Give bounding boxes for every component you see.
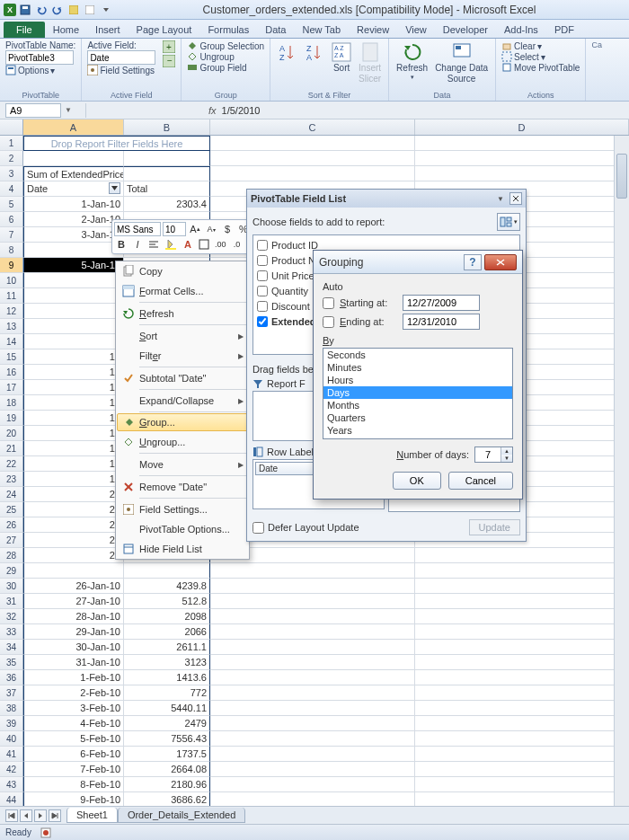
- cell[interactable]: 23: [23, 548, 124, 563]
- defer-layout-checkbox[interactable]: Defer Layout Update: [252, 522, 359, 534]
- sort-az-button[interactable]: AZ: [276, 40, 299, 85]
- cell[interactable]: 29-Jan-10: [23, 624, 124, 640]
- row-header[interactable]: 13: [0, 319, 23, 334]
- undo-icon[interactable]: [34, 3, 49, 17]
- cell[interactable]: 9: [23, 334, 124, 349]
- context-sort[interactable]: Sort▶: [116, 326, 249, 346]
- context-ungroup[interactable]: Ungroup...: [116, 432, 249, 452]
- cell[interactable]: [415, 594, 629, 609]
- cell[interactable]: [23, 563, 124, 579]
- cell[interactable]: [210, 685, 415, 701]
- field-list-close-icon[interactable]: [509, 192, 522, 205]
- grouping-units-list[interactable]: SecondsMinutesHoursDaysMonthsQuartersYea…: [323, 348, 513, 439]
- cell[interactable]: 5440.11: [124, 701, 210, 716]
- ribbon-tab-data[interactable]: Data: [257, 22, 294, 38]
- cell[interactable]: [210, 563, 415, 579]
- field-checkbox[interactable]: [257, 316, 268, 327]
- sheet-nav-next-icon[interactable]: [34, 809, 47, 822]
- ribbon-tab-view[interactable]: View: [397, 22, 435, 38]
- row-header[interactable]: 17: [0, 380, 23, 395]
- column-header-d[interactable]: D: [415, 119, 629, 135]
- sort-za-button[interactable]: ZA: [303, 40, 326, 85]
- filter-dropdown-icon[interactable]: [109, 182, 120, 194]
- spinner-down-icon[interactable]: ▼: [501, 455, 512, 462]
- row-header[interactable]: 38: [0, 701, 23, 716]
- row-header[interactable]: 28: [0, 548, 23, 563]
- cell[interactable]: [415, 166, 629, 181]
- cell[interactable]: 17: [23, 441, 124, 456]
- number-of-days-spinner[interactable]: ▲▼: [474, 447, 513, 463]
- scrollbar-thumb[interactable]: [616, 154, 627, 199]
- grouping-unit-option[interactable]: Years: [323, 424, 512, 437]
- cell[interactable]: [415, 136, 629, 151]
- font-name-input[interactable]: [114, 222, 161, 236]
- cell[interactable]: 4239.8: [124, 579, 210, 594]
- field-checkbox[interactable]: [257, 286, 268, 296]
- cell[interactable]: 2180.96: [124, 777, 210, 792]
- cell[interactable]: [210, 151, 415, 166]
- ribbon-tab-newtab[interactable]: New Tab: [294, 22, 349, 38]
- pivottable-name-input[interactable]: [5, 50, 74, 65]
- font-size-input[interactable]: [163, 222, 186, 236]
- dialog-help-icon[interactable]: ?: [464, 254, 482, 270]
- cell[interactable]: [210, 670, 415, 685]
- cell[interactable]: [210, 701, 415, 716]
- qat-dropdown-icon[interactable]: [99, 3, 113, 17]
- row-header[interactable]: 24: [0, 487, 23, 502]
- context-group[interactable]: Group...: [117, 413, 248, 431]
- context-remove[interactable]: Remove "Date": [116, 477, 249, 497]
- ribbon-tab-review[interactable]: Review: [349, 22, 397, 38]
- group-selection-button[interactable]: Group Selection: [187, 40, 264, 51]
- cell[interactable]: [415, 563, 629, 579]
- field-checkbox[interactable]: [257, 240, 268, 251]
- ending-at-checkbox[interactable]: [323, 316, 334, 328]
- ribbon-tab-insert[interactable]: Insert: [87, 22, 128, 38]
- row-header[interactable]: 2: [0, 151, 23, 166]
- cell-date-header[interactable]: Date: [23, 181, 124, 197]
- align-icon[interactable]: [146, 237, 161, 252]
- cell[interactable]: [415, 624, 629, 640]
- cell[interactable]: [210, 655, 415, 670]
- cell[interactable]: [415, 685, 629, 701]
- cell[interactable]: 21: [23, 502, 124, 517]
- decrease-decimal-icon[interactable]: .0: [230, 237, 244, 252]
- ungroup-button[interactable]: Ungroup: [187, 51, 264, 62]
- pivottable-options-button[interactable]: Options ▾: [5, 65, 75, 75]
- currency-icon[interactable]: $: [220, 222, 235, 236]
- row-header[interactable]: 11: [0, 288, 23, 304]
- row-header[interactable]: 43: [0, 777, 23, 792]
- cell[interactable]: [415, 640, 629, 655]
- grouping-unit-option[interactable]: Quarters: [323, 411, 512, 424]
- starting-at-input[interactable]: [403, 295, 480, 311]
- cell[interactable]: 1-Jan-10: [23, 197, 124, 212]
- cell[interactable]: 5-Feb-10: [23, 731, 124, 747]
- row-header[interactable]: 39: [0, 716, 23, 731]
- ribbon-tab-formulas[interactable]: Formulas: [199, 22, 257, 38]
- row-header[interactable]: 4: [0, 181, 23, 197]
- ok-button[interactable]: OK: [393, 472, 441, 490]
- row-header[interactable]: 31: [0, 594, 23, 609]
- cell[interactable]: [210, 624, 415, 640]
- field-list-layout-button[interactable]: ▾: [497, 213, 520, 231]
- qat-icon[interactable]: [66, 3, 81, 17]
- row-header[interactable]: 15: [0, 349, 23, 365]
- cell[interactable]: 15: [23, 411, 124, 426]
- filter-hint[interactable]: Drop Report Filter Fields Here: [23, 136, 210, 151]
- italic-icon[interactable]: I: [130, 237, 145, 252]
- dialog-close-icon[interactable]: [484, 254, 517, 270]
- cell[interactable]: [210, 166, 415, 181]
- ribbon-tab-addins[interactable]: Add-Ins: [496, 22, 546, 38]
- cell[interactable]: [415, 548, 629, 563]
- row-header[interactable]: 30: [0, 579, 23, 594]
- cell[interactable]: [124, 151, 210, 166]
- cell[interactable]: [210, 777, 415, 792]
- cell[interactable]: 6-Feb-10: [23, 747, 124, 762]
- field-checkbox[interactable]: [257, 255, 268, 266]
- context-hide-field-list[interactable]: Hide Field List: [116, 539, 249, 559]
- cell[interactable]: [124, 166, 210, 181]
- sheet-nav-prev-icon[interactable]: [20, 809, 32, 822]
- row-header[interactable]: 32: [0, 609, 23, 624]
- cell[interactable]: 7: [23, 288, 124, 304]
- cell[interactable]: [210, 136, 415, 151]
- cell[interactable]: 2-Jan-10: [23, 212, 124, 227]
